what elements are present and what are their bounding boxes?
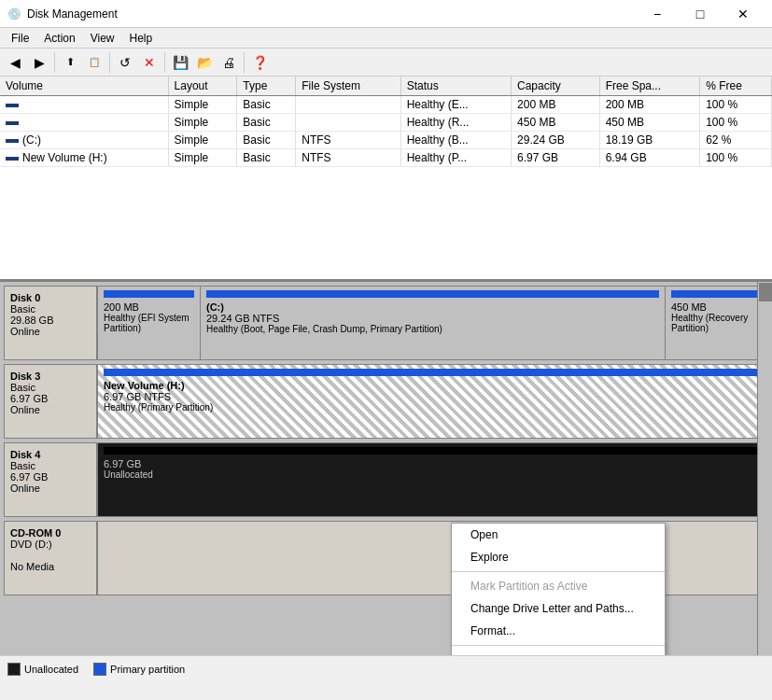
cell-pctfree: 100 % <box>700 149 772 167</box>
table-row[interactable]: New Volume (H:) Simple Basic NTFS Health… <box>0 149 772 167</box>
legend-unallocated: Unallocated <box>7 663 78 676</box>
cell-filesystem: NTFS <box>296 149 400 167</box>
minimize-button[interactable]: − <box>636 0 679 28</box>
scrollbar[interactable] <box>757 282 772 655</box>
cell-status: Healthy (E... <box>400 96 511 114</box>
part-size-efi: 200 MB <box>104 301 194 313</box>
disk-part-recovery[interactable]: 450 MB Healthy (Recovery Partition) <box>666 287 767 359</box>
close-button[interactable]: ✕ <box>722 0 765 28</box>
toolbar-open[interactable]: 📂 <box>193 51 216 74</box>
disk-part-efi[interactable]: 200 MB Healthy (EFI System Partition) <box>98 287 201 359</box>
ctx-change-letter[interactable]: Change Drive Letter and Paths... <box>452 597 665 620</box>
ctx-sep2 <box>452 645 665 646</box>
part-name-c: (C:) <box>206 301 659 313</box>
context-menu: Open Explore Mark Partition as Active Ch… <box>451 523 666 655</box>
cell-type: Basic <box>237 149 296 167</box>
toolbar-refresh[interactable]: ↺ <box>114 51 136 74</box>
cell-pctfree: 62 % <box>700 132 772 149</box>
disk-row-4: Disk 4 Basic 6.97 GB Online 6.97 GB Unal… <box>4 442 768 517</box>
part-desc-c: Healthy (Boot, Page File, Crash Dump, Pr… <box>206 324 659 334</box>
part-header-unalloc4 <box>104 447 762 455</box>
toolbar-sep4 <box>244 52 245 73</box>
maximize-button[interactable]: □ <box>679 0 722 28</box>
part-header-h <box>104 369 762 376</box>
menu-help[interactable]: Help <box>122 30 161 47</box>
cell-capacity: 6.97 GB <box>512 149 600 167</box>
cell-filesystem: NTFS <box>296 132 400 149</box>
toolbar-up[interactable]: ⬆ <box>59 51 81 74</box>
disk-label-cdrom: CD-ROM 0 DVD (D:) No Media <box>4 521 97 595</box>
part-size-recovery: 450 MB <box>671 301 762 313</box>
cell-layout: Simple <box>168 96 237 114</box>
part-desc-recovery: Healthy (Recovery Partition) <box>671 313 762 333</box>
ctx-format[interactable]: Format... <box>452 620 665 642</box>
legend-label-unallocated: Unallocated <box>24 664 78 675</box>
col-pctfree: % Free <box>700 77 772 96</box>
toolbar-sep3 <box>164 52 165 73</box>
scrollbar-thumb[interactable] <box>759 283 772 301</box>
col-volume: Volume <box>0 77 168 96</box>
disk-parts-4: 6.97 GB Unallocated <box>97 442 768 517</box>
col-freespace: Free Spa... <box>599 77 700 96</box>
cell-filesystem <box>296 114 400 132</box>
cell-type: Basic <box>237 132 296 149</box>
ctx-explore[interactable]: Explore <box>452 546 665 568</box>
disk-row-0: Disk 0 Basic 29.88 GB Online 200 MB Heal… <box>4 286 768 360</box>
cell-capacity: 200 MB <box>512 96 600 114</box>
col-type: Type <box>237 77 296 96</box>
cell-free: 200 MB <box>599 96 700 114</box>
disk-label-0: Disk 0 Basic 29.88 GB Online <box>4 286 97 360</box>
disk-label-4: Disk 4 Basic 6.97 GB Online <box>4 442 97 517</box>
disk-part-c[interactable]: (C:) 29.24 GB NTFS Healthy (Boot, Page F… <box>201 287 666 359</box>
menu-bar: File Action View Help <box>0 28 772 49</box>
menu-file[interactable]: File <box>4 30 36 47</box>
cell-free: 6.94 GB <box>599 149 700 167</box>
ctx-open[interactable]: Open <box>452 524 665 546</box>
cell-type: Basic <box>237 96 296 114</box>
toolbar-help[interactable]: ❓ <box>248 51 271 74</box>
legend-primary: Primary partition <box>93 663 185 676</box>
table-row[interactable]: Simple Basic Healthy (R... 450 MB 450 MB… <box>0 114 772 132</box>
disk-part-unalloc-4[interactable]: 6.97 GB Unallocated <box>98 443 767 516</box>
part-size-unalloc4: 6.97 GB <box>104 458 762 469</box>
disk-section: Disk 0 Basic 29.88 GB Online 200 MB Heal… <box>0 282 772 655</box>
cell-free: 450 MB <box>599 114 700 132</box>
cell-type: Basic <box>237 114 296 132</box>
cell-volume: (C:) <box>0 132 168 149</box>
toolbar-back[interactable]: ◀ <box>4 51 26 74</box>
ctx-extend[interactable]: Extend Volume... <box>452 649 665 655</box>
part-header-recovery <box>671 290 762 298</box>
volume-table: Volume Layout Type File System Status Ca… <box>0 77 772 167</box>
cell-layout: Simple <box>168 132 237 149</box>
main-window: Volume Layout Type File System Status Ca… <box>0 77 772 655</box>
cell-volume: New Volume (H:) <box>0 149 168 167</box>
table-row[interactable]: Simple Basic Healthy (E... 200 MB 200 MB… <box>0 96 772 114</box>
toolbar-forward[interactable]: ▶ <box>28 51 50 74</box>
cell-status: Healthy (P... <box>400 149 511 167</box>
disk-part-h[interactable]: New Volume (H:) 6.97 GB NTFS Healthy (Pr… <box>98 365 767 438</box>
part-detail-c: 29.24 GB NTFS <box>206 313 659 324</box>
part-name-h: New Volume (H:) <box>104 380 762 391</box>
menu-view[interactable]: View <box>83 30 122 47</box>
cell-layout: Simple <box>168 149 237 167</box>
volume-table-section: Volume Layout Type File System Status Ca… <box>0 77 772 282</box>
table-row[interactable]: (C:) Simple Basic NTFS Healthy (B... 29.… <box>0 132 772 149</box>
toolbar-save[interactable]: 💾 <box>169 51 191 74</box>
disk-parts-0: 200 MB Healthy (EFI System Partition) (C… <box>97 286 768 360</box>
cell-capacity: 450 MB <box>512 114 600 132</box>
cell-volume <box>0 114 168 132</box>
ctx-sep1 <box>452 571 665 572</box>
cell-volume <box>0 96 168 114</box>
toolbar-print[interactable]: 🖨 <box>218 51 240 74</box>
legend-label-primary: Primary partition <box>110 664 185 675</box>
menu-action[interactable]: Action <box>36 30 82 47</box>
disk-parts-cdrom <box>97 521 768 595</box>
cell-filesystem <box>296 96 400 114</box>
toolbar-show-hide[interactable]: 📋 <box>83 51 105 74</box>
toolbar-cancel[interactable]: ✕ <box>138 51 161 74</box>
col-capacity: Capacity <box>512 77 600 96</box>
title-bar-buttons: − □ ✕ <box>636 0 765 28</box>
part-detail-h: 6.97 GB NTFS <box>104 391 762 402</box>
legend-box-unallocated <box>7 663 21 676</box>
cell-free: 18.19 GB <box>599 132 700 149</box>
